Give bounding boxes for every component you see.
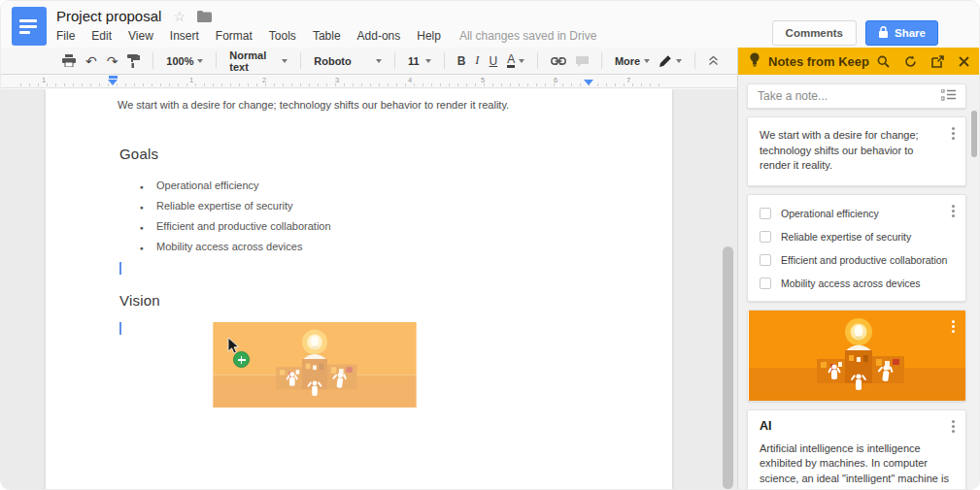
lightbulb-icon bbox=[749, 52, 760, 71]
note-text: We start with a desire for change; techn… bbox=[760, 128, 939, 174]
text-cursor bbox=[119, 322, 121, 335]
note-menu-icon[interactable] bbox=[952, 320, 955, 323]
menubar: File Edit View Insert Format Tools Table… bbox=[56, 29, 596, 43]
keep-header: Notes from Keep bbox=[738, 48, 979, 75]
keep-note-checklist[interactable]: Operational efficiency Reliable expertis… bbox=[747, 194, 966, 302]
insert-comment-icon[interactable] bbox=[571, 49, 593, 73]
comments-button[interactable]: Comments bbox=[772, 20, 857, 46]
goals-heading: Goals bbox=[119, 146, 672, 162]
menu-tools[interactable]: Tools bbox=[269, 29, 296, 43]
take-note-placeholder: Take a note... bbox=[758, 89, 941, 103]
checklist-item: Efficient and productive collaboration bbox=[760, 248, 954, 272]
font-family-select[interactable]: Roboto bbox=[309, 49, 387, 73]
intro-paragraph: We start with a desire for change; techn… bbox=[118, 99, 672, 111]
mouse-cursor bbox=[227, 338, 256, 373]
format-toolbar: ↶ ↷ 100% Normal text Roboto bbox=[1, 48, 737, 75]
keep-note-image[interactable] bbox=[747, 310, 966, 402]
more-button[interactable]: More bbox=[610, 49, 655, 73]
bold-button[interactable]: B bbox=[453, 49, 471, 73]
underline-button[interactable]: U bbox=[485, 49, 503, 73]
editor-area: ↶ ↷ 100% Normal text Roboto bbox=[1, 48, 737, 489]
first-line-indent-marker[interactable] bbox=[109, 76, 118, 79]
zoom-select[interactable]: 100% bbox=[161, 49, 208, 73]
document-page[interactable]: We start with a desire for change; techn… bbox=[46, 89, 672, 489]
checkbox[interactable] bbox=[760, 231, 771, 243]
menu-table[interactable]: Table bbox=[313, 29, 341, 43]
take-a-note-input[interactable]: Take a note... bbox=[747, 83, 966, 109]
text-color-button[interactable]: A bbox=[502, 49, 529, 73]
search-icon[interactable] bbox=[877, 55, 890, 68]
note-menu-icon[interactable] bbox=[952, 420, 955, 423]
menu-edit[interactable]: Edit bbox=[91, 29, 112, 43]
keep-panel-title: Notes from Keep bbox=[768, 54, 869, 69]
new-list-icon[interactable] bbox=[941, 87, 956, 105]
docs-logo-icon[interactable] bbox=[12, 7, 47, 46]
google-docs-window: Project proposal ☆ File Edit View Insert… bbox=[0, 0, 980, 490]
open-in-new-icon[interactable] bbox=[931, 55, 944, 68]
undo-icon[interactable]: ↶ bbox=[81, 49, 102, 73]
menu-file[interactable]: File bbox=[56, 29, 75, 43]
menu-help[interactable]: Help bbox=[417, 29, 441, 43]
document-scrollbar[interactable] bbox=[723, 246, 733, 489]
editing-mode-button[interactable] bbox=[655, 49, 687, 73]
menu-insert[interactable]: Insert bbox=[170, 29, 199, 43]
app-header: Project proposal ☆ File Edit View Insert… bbox=[1, 1, 979, 48]
keep-notes-list: Take a note... We start with a desire fo… bbox=[738, 75, 979, 489]
close-icon[interactable] bbox=[959, 56, 969, 67]
document-title[interactable]: Project proposal bbox=[56, 8, 161, 24]
goals-bullet-list: Operational efficiency Reliable expertis… bbox=[46, 176, 672, 257]
paint-format-icon[interactable] bbox=[122, 49, 145, 73]
font-size-select[interactable]: 11 bbox=[403, 49, 436, 73]
bullet-item: Efficient and productive collaboration bbox=[46, 216, 672, 237]
note-menu-icon[interactable] bbox=[952, 205, 955, 208]
refresh-icon[interactable] bbox=[904, 55, 917, 68]
drop-add-icon bbox=[233, 351, 250, 368]
star-icon[interactable]: ☆ bbox=[173, 10, 186, 23]
checklist-item: Operational efficiency bbox=[760, 202, 954, 225]
vision-heading: Vision bbox=[119, 292, 672, 309]
keep-note-ai[interactable]: AI Artificial intelligence is intelligen… bbox=[747, 409, 966, 490]
ruler: 1 1 2 3 4 5 6 7 bbox=[1, 75, 737, 88]
note-menu-icon[interactable] bbox=[952, 127, 955, 130]
collapse-toolbar-icon[interactable] bbox=[703, 49, 724, 73]
insert-link-icon[interactable] bbox=[546, 49, 571, 73]
menu-format[interactable]: Format bbox=[216, 29, 253, 43]
checklist-item: Mobility access across devices bbox=[760, 272, 954, 295]
lock-icon bbox=[878, 26, 889, 40]
share-button[interactable]: Share bbox=[865, 20, 938, 46]
share-label: Share bbox=[895, 27, 926, 39]
menu-view[interactable]: View bbox=[128, 29, 153, 43]
checkbox[interactable] bbox=[760, 278, 771, 289]
bullet-item: Mobility access across devices bbox=[46, 237, 672, 257]
keep-scrollbar[interactable] bbox=[971, 111, 977, 157]
right-indent-marker[interactable] bbox=[584, 80, 593, 85]
redo-icon[interactable]: ↷ bbox=[102, 49, 123, 73]
note-text: Artificial intelligence is intelligence … bbox=[760, 441, 958, 490]
save-status: All changes saved in Drive bbox=[459, 29, 596, 43]
bullet-item: Operational efficiency bbox=[46, 176, 672, 196]
checkbox[interactable] bbox=[760, 208, 771, 219]
keep-sidebar: Notes from Keep bbox=[737, 48, 979, 489]
print-icon[interactable] bbox=[57, 49, 81, 73]
checklist-item: Reliable expertise of security bbox=[760, 225, 954, 248]
keep-note-quote[interactable]: We start with a desire for change; techn… bbox=[747, 116, 966, 186]
text-cursor bbox=[119, 262, 121, 275]
folder-icon[interactable] bbox=[197, 11, 212, 22]
checkbox[interactable] bbox=[760, 254, 771, 266]
menu-addons[interactable]: Add-ons bbox=[357, 29, 401, 43]
left-indent-marker[interactable] bbox=[108, 80, 118, 85]
bullet-item: Reliable expertise of security bbox=[46, 196, 672, 216]
italic-button[interactable]: I bbox=[470, 49, 484, 73]
paragraph-style-select[interactable]: Normal text bbox=[224, 49, 292, 73]
note-title: AI bbox=[760, 419, 954, 433]
document-canvas: We start with a desire for change; techn… bbox=[1, 89, 737, 489]
